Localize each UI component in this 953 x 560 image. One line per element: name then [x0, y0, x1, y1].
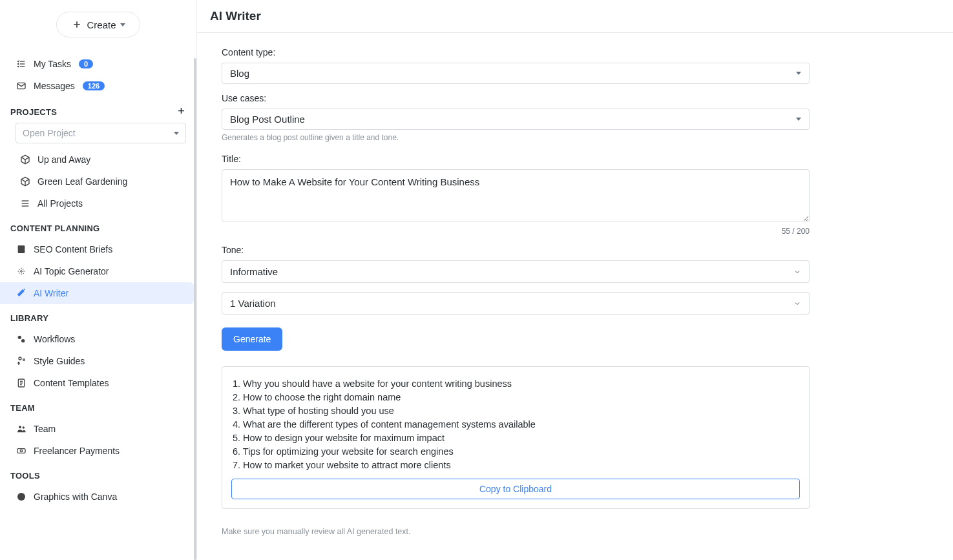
select-value: Blog Post Outline: [230, 114, 305, 125]
cube-icon: [19, 176, 31, 187]
select-value: 1 Variation: [230, 298, 276, 309]
title-input[interactable]: [222, 169, 810, 222]
section-title: TOOLS: [10, 471, 40, 481]
nav-label: Messages: [34, 81, 75, 91]
chevron-down-icon: [120, 23, 125, 26]
use-cases-select[interactable]: Blog Post Outline: [222, 109, 810, 130]
nav-label: Style Guides: [34, 356, 85, 366]
svg-line-21: [19, 269, 19, 269]
result-list: 1. Why you should have a website for you…: [231, 377, 800, 479]
copy-clipboard-button[interactable]: Copy to Clipboard: [231, 479, 800, 499]
nav-label: Graphics with Canva: [34, 492, 117, 502]
section-title: TEAM: [10, 403, 35, 413]
section-title: CONTENT PLANNING: [10, 223, 100, 233]
nav-label: Team: [34, 424, 56, 434]
result-box: 1. Why you should have a website for you…: [222, 366, 810, 509]
gear-icon: [16, 333, 27, 345]
section-header-library: LIBRARY: [0, 304, 196, 328]
nav-content-templates[interactable]: Content Templates: [0, 372, 196, 394]
chevron-down-icon: [174, 132, 179, 135]
mail-icon: [16, 80, 27, 92]
result-item: 4. What are the different types of conte…: [233, 418, 799, 431]
svg-point-27: [18, 336, 21, 339]
palette-icon: [16, 355, 27, 367]
main-content: AI Writer Content type: Blog Use cases: …: [197, 0, 953, 560]
select-value: Informative: [230, 266, 278, 277]
nav-label: SEO Content Briefs: [34, 244, 112, 254]
menu-icon: [19, 198, 31, 209]
form-area: Content type: Blog Use cases: Blog Post …: [197, 33, 953, 555]
nav-freelancer-payments[interactable]: Freelancer Payments: [0, 440, 196, 462]
page-title: AI Writer: [210, 9, 940, 23]
tone-label: Tone:: [222, 245, 810, 255]
nav-label: My Tasks: [34, 59, 71, 69]
result-item: 7. How to market your website to attract…: [233, 459, 799, 472]
project-label: Up and Away: [37, 154, 90, 165]
project-label: All Projects: [37, 198, 83, 209]
title-label: Title:: [222, 154, 810, 164]
select-placeholder: Open Project: [23, 128, 76, 138]
nav-graphics-canva[interactable]: Graphics with Canva: [0, 486, 196, 508]
result-item: 2. How to choose the right domain name: [233, 391, 799, 404]
document-icon: [16, 377, 27, 389]
project-item[interactable]: Green Leaf Gardening: [0, 171, 196, 192]
review-note: Make sure you manually review all AI gen…: [222, 527, 810, 536]
section-header-projects: PROJECTS: [0, 97, 196, 123]
chevron-down-icon: [796, 118, 801, 121]
svg-point-6: [18, 66, 19, 67]
project-label: Green Leaf Gardening: [37, 176, 127, 187]
content-type-label: Content type:: [222, 47, 810, 57]
badge-count: 0: [79, 59, 93, 68]
section-header-tools: TOOLS: [0, 462, 196, 486]
create-button[interactable]: Create: [56, 12, 140, 37]
nav-ai-writer[interactable]: AI Writer: [0, 282, 194, 304]
result-item: 3. What type of hosting should you use: [233, 404, 799, 418]
canva-icon: [16, 491, 27, 503]
svg-point-30: [23, 359, 25, 361]
result-item: 1. Why you should have a website for you…: [233, 377, 799, 391]
nav-seo-briefs[interactable]: SEO Content Briefs: [0, 238, 196, 260]
svg-point-35: [19, 426, 21, 428]
nav-my-tasks[interactable]: My Tasks 0: [0, 53, 196, 75]
svg-point-5: [18, 63, 19, 64]
nav-workflows[interactable]: Workflows: [0, 328, 196, 350]
section-title: PROJECTS: [10, 107, 57, 117]
project-item-all[interactable]: All Projects: [0, 192, 196, 214]
svg-point-39: [17, 493, 25, 501]
nav-ai-topic[interactable]: AI Topic Generator: [0, 260, 196, 282]
add-project-icon[interactable]: [176, 106, 186, 118]
svg-point-28: [21, 339, 25, 342]
money-icon: [16, 445, 27, 457]
content-type-select[interactable]: Blog: [222, 63, 810, 84]
select-value: Blog: [230, 68, 249, 79]
svg-line-24: [23, 269, 23, 269]
chevron-down-icon: [793, 268, 801, 276]
generate-button[interactable]: Generate: [222, 327, 282, 351]
svg-line-22: [23, 273, 23, 273]
result-item: 6. Tips for optimizing your website for …: [233, 445, 799, 459]
variation-select[interactable]: 1 Variation: [222, 292, 810, 315]
page-header: AI Writer: [197, 0, 953, 33]
nav-style-guides[interactable]: Style Guides: [0, 350, 196, 372]
section-header-team: TEAM: [0, 394, 196, 418]
svg-point-38: [20, 450, 22, 451]
brief-icon: [16, 244, 27, 255]
chevron-down-icon: [793, 300, 801, 307]
svg-point-16: [21, 271, 23, 273]
nav-label: Workflows: [34, 334, 75, 344]
nav-label: Content Templates: [34, 378, 109, 388]
badge-count: 126: [83, 81, 105, 90]
nav-messages[interactable]: Messages 126: [0, 75, 196, 97]
scrollbar[interactable]: [194, 58, 196, 560]
svg-point-36: [23, 426, 25, 428]
sparkle-icon: [16, 265, 27, 277]
cube-icon: [19, 154, 31, 165]
project-item[interactable]: Up and Away: [0, 149, 196, 171]
svg-line-23: [19, 273, 19, 273]
nav-team[interactable]: Team: [0, 418, 196, 440]
open-project-select[interactable]: Open Project: [16, 123, 186, 143]
tone-select[interactable]: Informative: [222, 260, 810, 283]
section-header-content-planning: CONTENT PLANNING: [0, 214, 196, 238]
section-title: LIBRARY: [10, 313, 48, 323]
tasks-icon: [16, 58, 27, 70]
